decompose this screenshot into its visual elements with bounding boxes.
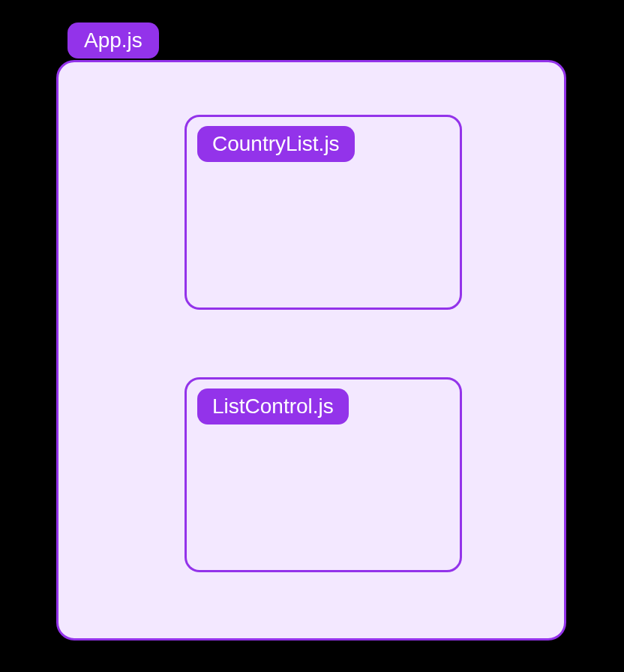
list-control-component-box: ListControl.js [184,377,462,572]
list-control-component-label: ListControl.js [197,388,349,424]
app-component-container: CountryList.js ListControl.js [56,60,566,640]
app-component-label: App.js [68,22,159,58]
country-list-component-label: CountryList.js [197,126,355,162]
country-list-component-box: CountryList.js [184,115,462,310]
